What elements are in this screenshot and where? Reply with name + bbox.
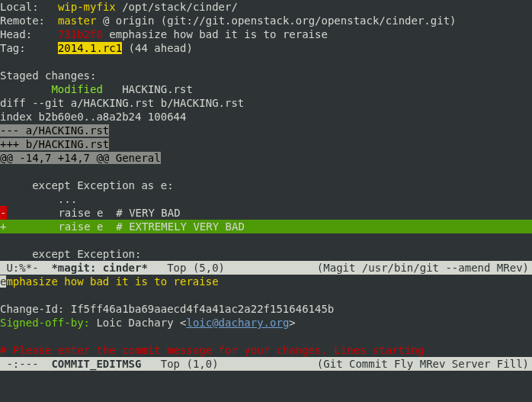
header-tag: Tag: 2014.1.rc1 (44 ahead) xyxy=(0,41,532,55)
diff-ctx: ... xyxy=(0,192,532,206)
diff-ctx: except Exception: xyxy=(0,247,532,261)
modeline-magit: U:%*- *magit: cinder* Top (5,0) (Magit /… xyxy=(0,261,532,275)
commit-comment[interactable]: # Please enter the commit message for yo… xyxy=(0,343,532,357)
diff-add-line[interactable]: + raise e # EXTREMELY VERY BAD xyxy=(0,220,532,233)
diff-file-minus: --- a/HACKING.rst xyxy=(0,124,532,137)
commit-signed-off[interactable]: Signed-off-by: Loic Dachary <loic@dachar… xyxy=(0,316,532,330)
header-local: Local: wip-myfix /opt/stack/cinder/ xyxy=(0,0,532,14)
diff-ctx: except Exception as e: xyxy=(0,178,532,192)
header-head: Head: 731b2f0 emphasize how bad it is to… xyxy=(0,27,532,41)
diff-file-plus: +++ b/HACKING.rst xyxy=(0,137,532,151)
diff-cmd: diff --git a/HACKING.rst b/HACKING.rst xyxy=(0,96,532,110)
diff-del-line[interactable]: - raise e # VERY BAD xyxy=(0,206,532,220)
diff-hunk-header[interactable]: @@ -14,7 +14,7 @@ General xyxy=(0,151,532,165)
diff-index: index b2b60e0..a8a2b24 100644 xyxy=(0,110,532,124)
commit-change-id[interactable]: Change-Id: If5ff46a1ba69aaecd4f4a41ac2a2… xyxy=(0,302,532,316)
commit-title-line[interactable]: emphasize how bad it is to reraise xyxy=(0,275,532,288)
staged-file-line[interactable]: Modified HACKING.rst xyxy=(0,82,532,96)
header-remote: Remote: master @ origin (git://git.opens… xyxy=(0,14,532,27)
modeline-commit: -:--- COMMIT_EDITMSG Top (1,0) (Git Comm… xyxy=(0,357,532,371)
staged-title: Staged changes: xyxy=(0,69,532,82)
